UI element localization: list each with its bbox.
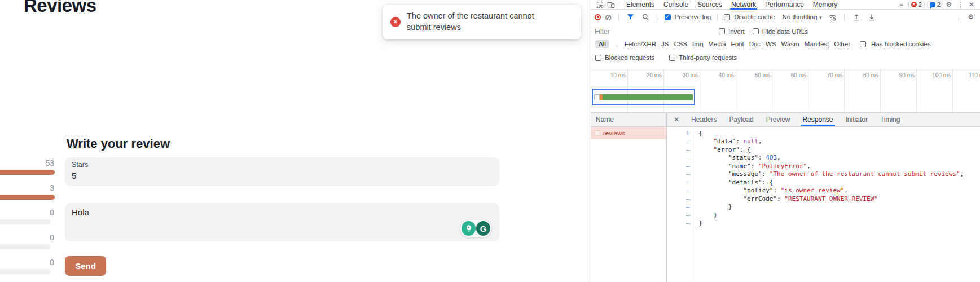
fold-marker-icon[interactable]: – bbox=[667, 138, 693, 144]
divider bbox=[617, 41, 617, 48]
code-text: "policy": "is-owner-review", bbox=[693, 187, 848, 194]
invert-label: Invert bbox=[728, 28, 745, 35]
filter-chip-img[interactable]: Img bbox=[692, 41, 703, 47]
throttling-select[interactable]: No throttling▼ bbox=[782, 14, 823, 20]
export-har-icon[interactable] bbox=[866, 12, 877, 21]
filter-chip-wasm[interactable]: Wasm bbox=[781, 41, 799, 47]
detail-tab-initiator[interactable]: Initiator bbox=[840, 113, 874, 126]
code-line: – "data": null, bbox=[667, 138, 980, 146]
hide-data-urls-label: Hide data URLs bbox=[762, 28, 808, 35]
invert-checkbox[interactable] bbox=[719, 28, 725, 34]
record-network-log-icon[interactable] bbox=[595, 14, 601, 20]
detail-tab-payload[interactable]: Payload bbox=[723, 113, 759, 126]
detail-tab-preview[interactable]: Preview bbox=[760, 113, 797, 126]
disable-cache-checkbox[interactable] bbox=[724, 14, 730, 20]
fold-marker-icon[interactable]: – bbox=[667, 212, 693, 218]
fold-marker-icon[interactable]: – bbox=[667, 171, 693, 177]
preserve-log-checkbox[interactable]: ✓ bbox=[665, 14, 671, 20]
timeline-tick: 110 ms bbox=[953, 69, 980, 113]
code-line: – "name": "PolicyError", bbox=[667, 162, 980, 170]
send-button[interactable]: Send bbox=[65, 256, 106, 276]
divider bbox=[959, 14, 959, 21]
code-text: } bbox=[693, 219, 702, 227]
detail-tab-headers[interactable]: Headers bbox=[685, 113, 723, 126]
detail-tab-timing[interactable]: Timing bbox=[874, 113, 907, 126]
fold-marker-icon[interactable]: – bbox=[667, 163, 693, 169]
error-icon: ✕ bbox=[390, 17, 401, 27]
filter-chip-font[interactable]: Font bbox=[731, 41, 744, 47]
code-line: – "details": { bbox=[667, 178, 980, 187]
filter-chip-fetchxhr[interactable]: Fetch/XHR bbox=[625, 41, 656, 47]
timeline-selection-window[interactable] bbox=[592, 89, 695, 105]
error-count: 2 bbox=[919, 1, 922, 8]
filter-row: Invert Hide data URLs bbox=[591, 25, 980, 38]
filter-chip-css[interactable]: CSS bbox=[674, 41, 687, 47]
code-line: – } bbox=[667, 211, 980, 219]
timeline-tick: 90 ms bbox=[881, 69, 917, 113]
inspect-element-icon[interactable] bbox=[594, 0, 605, 9]
review-textarea[interactable]: Hola G bbox=[65, 203, 499, 241]
request-flags-row: Blocked requests Third-party requests bbox=[591, 51, 980, 64]
settings-gear-icon[interactable]: ⚙ bbox=[943, 0, 955, 9]
fold-marker-icon[interactable]: – bbox=[667, 187, 693, 193]
filter-chip-all[interactable]: All bbox=[595, 40, 609, 48]
import-har-icon[interactable] bbox=[851, 12, 862, 21]
grammarly-logo-icon[interactable]: G bbox=[476, 221, 490, 236]
filter-chip-media[interactable]: Media bbox=[708, 41, 726, 47]
message-badge-icon bbox=[930, 2, 935, 7]
fold-marker-icon[interactable]: – bbox=[667, 147, 693, 153]
clear-network-log-icon[interactable]: ⊘ bbox=[605, 13, 612, 21]
hide-data-urls-checkbox[interactable] bbox=[753, 28, 759, 34]
search-icon[interactable] bbox=[640, 12, 652, 21]
tab-memory[interactable]: Memory bbox=[808, 0, 842, 9]
filter-chip-manifest[interactable]: Manifest bbox=[805, 41, 829, 47]
code-line: – "errCode": "RESTAURANT_OWNER_REVIEW" bbox=[667, 195, 980, 203]
stars-field[interactable]: Stars 5 bbox=[65, 157, 499, 186]
detail-tab-response[interactable]: Response bbox=[796, 113, 839, 126]
blocked-requests-checkbox[interactable] bbox=[595, 55, 601, 61]
tab-network[interactable]: Network bbox=[727, 0, 761, 9]
tab-performance[interactable]: Performance bbox=[761, 0, 808, 9]
filter-chip-ws[interactable]: WS bbox=[766, 41, 776, 47]
code-text: } bbox=[693, 203, 732, 210]
grammarly-suggestion-icon[interactable] bbox=[462, 221, 476, 236]
name-column-header[interactable]: Name bbox=[591, 113, 666, 127]
fold-marker-icon[interactable]: – bbox=[667, 196, 693, 202]
tab-sources[interactable]: Sources bbox=[693, 0, 727, 9]
filter-input[interactable] bbox=[595, 28, 686, 36]
message-count-badge[interactable]: 2 bbox=[927, 1, 943, 8]
fold-marker-icon[interactable]: – bbox=[667, 220, 693, 226]
fold-marker-icon[interactable]: – bbox=[667, 155, 693, 161]
code-text: "status": 403, bbox=[693, 154, 781, 161]
tab-elements[interactable]: Elements bbox=[622, 0, 659, 9]
network-conditions-icon[interactable] bbox=[827, 12, 838, 21]
chevron-down-icon: ▼ bbox=[818, 15, 823, 20]
rating-row: 3 bbox=[0, 183, 55, 208]
filter-funnel-icon[interactable] bbox=[625, 12, 636, 21]
fold-marker-icon[interactable]: – bbox=[667, 179, 693, 186]
code-text: "error": { bbox=[693, 146, 751, 153]
network-settings-gear-icon[interactable]: ⚙ bbox=[965, 12, 977, 21]
filter-chip-other[interactable]: Other bbox=[834, 41, 850, 47]
fold-marker-icon[interactable]: – bbox=[667, 204, 693, 210]
timeline-request-bar bbox=[594, 94, 693, 100]
main-tabs: ElementsConsoleSourcesNetworkPerformance… bbox=[622, 0, 842, 10]
device-toolbar-icon[interactable] bbox=[605, 0, 617, 9]
preserve-log-label: Preserve log bbox=[675, 14, 711, 20]
filter-chip-doc[interactable]: Doc bbox=[749, 41, 761, 47]
bar-segment-waiting bbox=[594, 94, 600, 100]
close-detail-icon[interactable]: ✕ bbox=[667, 116, 685, 124]
rating-count: 0 bbox=[0, 233, 55, 242]
tab-console[interactable]: Console bbox=[659, 0, 693, 9]
network-overview-timeline[interactable]: 10 ms20 ms30 ms40 ms50 ms60 ms70 ms80 ms… bbox=[591, 69, 980, 113]
third-party-requests-checkbox[interactable] bbox=[669, 55, 675, 61]
more-tabs-icon[interactable]: » bbox=[897, 1, 906, 8]
error-count-badge[interactable]: ✕ 2 bbox=[908, 1, 925, 8]
rating-count: 0 bbox=[0, 208, 55, 217]
has-blocked-cookies-checkbox[interactable] bbox=[860, 41, 866, 47]
kebab-menu-icon[interactable]: ⋮ bbox=[955, 1, 967, 8]
write-review-heading: Write your review bbox=[67, 136, 170, 151]
close-devtools-icon[interactable]: ✕ bbox=[967, 1, 977, 8]
request-row-reviews[interactable]: reviews bbox=[591, 127, 666, 139]
filter-chip-js[interactable]: JS bbox=[661, 41, 669, 47]
